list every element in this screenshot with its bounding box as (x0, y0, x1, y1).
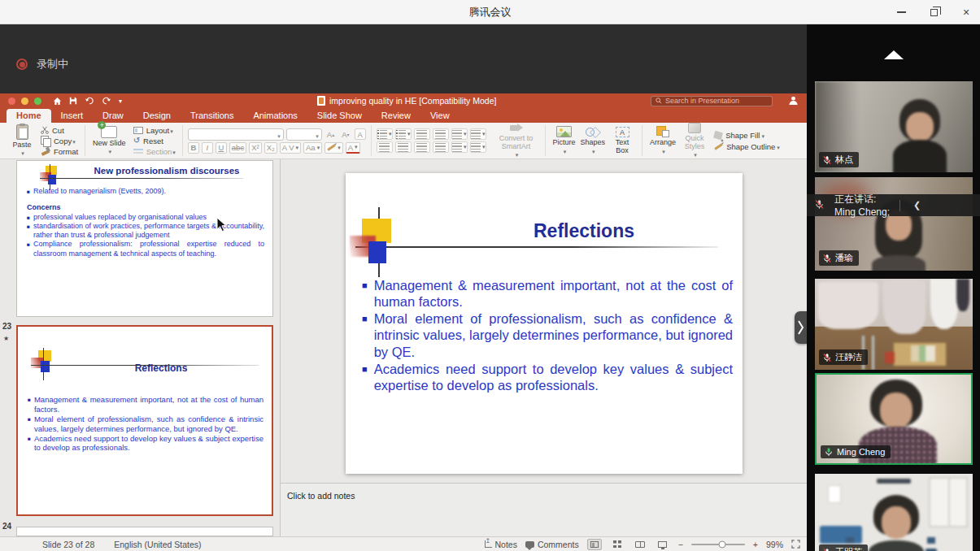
thumbnail-slide-24[interactable] (16, 527, 273, 536)
tab-draw[interactable]: Draw (93, 109, 133, 123)
undo-icon[interactable] (85, 97, 94, 105)
recording-indicator[interactable]: 录制中 (16, 57, 68, 72)
notes-pane[interactable]: Click to add notes (281, 483, 807, 536)
tab-review[interactable]: Review (372, 109, 420, 123)
tab-design[interactable]: Design (133, 109, 181, 123)
underline-button[interactable]: U (216, 142, 227, 154)
bullets-button[interactable] (377, 128, 393, 140)
presentation-search[interactable] (651, 96, 773, 106)
restore-icon[interactable] (926, 5, 941, 20)
zoom-level-label[interactable]: 99% (766, 540, 783, 549)
thumb-bullet: Management & measurement important, not … (34, 395, 264, 414)
thumbnail-slide-22[interactable]: New professionalism discourses ■Related … (16, 160, 273, 317)
slide-title: Reflections (435, 220, 733, 242)
close-icon[interactable]: × (959, 5, 973, 20)
font-color-button[interactable]: A (346, 142, 360, 154)
home-icon[interactable] (53, 97, 62, 106)
notes-toggle[interactable]: Notes (485, 540, 517, 549)
zoom-out-button[interactable]: − (678, 540, 683, 549)
character-spacing-button[interactable]: A V (280, 142, 301, 154)
banner-back-arrow-icon[interactable]: ❮ (910, 200, 980, 210)
zoom-in-button[interactable]: + (753, 540, 758, 549)
tab-slideshow[interactable]: Slide Show (307, 109, 372, 123)
change-case-button[interactable]: Aa (303, 142, 322, 154)
font-name-combo[interactable] (188, 128, 284, 141)
align-center-button[interactable] (395, 141, 412, 153)
video-tile-participant-3[interactable]: 汪静洁 (815, 279, 973, 370)
line-spacing-button[interactable] (451, 128, 468, 140)
reading-view-button[interactable] (633, 539, 647, 550)
justify-button[interactable] (433, 141, 449, 153)
font-size-combo[interactable] (286, 128, 322, 141)
save-icon[interactable] (69, 97, 77, 105)
numbering-button[interactable] (395, 128, 412, 140)
comments-toggle[interactable]: Comments (525, 540, 579, 549)
zoom-traffic-icon[interactable] (34, 98, 41, 105)
arrange-button[interactable]: Arrange (647, 125, 678, 155)
expand-chevron-icon[interactable] (795, 311, 807, 344)
thumbnail-slide-23-selected[interactable]: Reflections ■Management & measurement im… (16, 325, 273, 516)
shape-outline-button[interactable]: Shape Outline (714, 142, 780, 151)
convert-smartart-button[interactable]: Convert to SmartArt (493, 122, 540, 159)
tab-animations[interactable]: Animations (243, 109, 307, 123)
reset-button[interactable]: ↺ Reset (132, 136, 177, 145)
video-tile-participant-1[interactable]: 林点 (815, 81, 973, 172)
grow-font-button[interactable]: A (324, 128, 337, 140)
slideshow-button[interactable] (656, 539, 670, 550)
paste-icon (16, 124, 28, 140)
minimize-icon[interactable] (894, 5, 908, 20)
tab-home[interactable]: Home (7, 109, 51, 123)
current-slide[interactable]: Reflections ■Management & measurement im… (346, 173, 743, 474)
slide-sorter-button[interactable] (610, 539, 625, 550)
italic-button[interactable]: I (202, 142, 213, 154)
format-painter-button[interactable]: Format (39, 146, 80, 156)
paste-button[interactable]: Paste (8, 124, 36, 158)
video-tile-participant-5[interactable]: 王明英 (815, 474, 973, 551)
section-button[interactable]: Section (132, 146, 177, 156)
strikethrough-button[interactable]: abc (229, 142, 246, 154)
textbox-button[interactable]: Text Box (608, 126, 637, 155)
video-tile-participant-2[interactable]: 潘瑜 (815, 177, 973, 271)
align-text-button[interactable] (470, 141, 486, 153)
fit-to-window-icon[interactable] (791, 540, 800, 549)
tab-insert[interactable]: Insert (51, 109, 94, 123)
search-input[interactable] (665, 97, 768, 105)
video-tile-participant-4-speaking[interactable]: Ming Cheng (815, 373, 973, 465)
layout-button[interactable]: Layout (132, 125, 177, 135)
subscript-button[interactable]: X₂ (264, 142, 277, 154)
tab-transitions[interactable]: Transitions (181, 109, 243, 123)
bold-button[interactable]: B (188, 142, 199, 154)
shapes-button[interactable]: Shapes (578, 125, 608, 155)
decrease-indent-button[interactable] (414, 128, 430, 140)
clear-formatting-button[interactable]: A (355, 128, 366, 140)
slide-canvas[interactable]: Reflections ■Management & measurement im… (281, 159, 807, 483)
qa-customize-caret-icon[interactable]: ▾ (119, 98, 122, 105)
cut-button[interactable]: Cut (39, 125, 80, 135)
minimize-traffic-icon[interactable] (21, 98, 28, 105)
tab-view[interactable]: View (420, 109, 460, 123)
collapse-triangle-icon[interactable] (884, 50, 904, 59)
bullets-icon (377, 130, 387, 139)
text-direction-button[interactable] (451, 141, 468, 153)
shape-fill-button[interactable]: Shape Fill (714, 131, 780, 140)
normal-view-button[interactable] (587, 539, 602, 550)
align-left-button[interactable] (377, 141, 393, 153)
align-right-button[interactable] (414, 141, 430, 153)
zoom-slider[interactable] (691, 544, 745, 545)
shrink-font-button[interactable]: A (339, 128, 351, 140)
zoom-slider-handle[interactable] (719, 540, 726, 548)
account-icon[interactable] (788, 95, 799, 106)
comments-icon (525, 541, 534, 548)
language-label[interactable]: English (United States) (114, 540, 201, 549)
redo-icon[interactable] (102, 97, 111, 105)
close-traffic-icon[interactable] (8, 98, 15, 105)
document-title: improving quality in HE [Compatibility M… (329, 96, 496, 106)
increase-indent-button[interactable] (433, 128, 449, 140)
highlight-color-button[interactable] (324, 142, 343, 154)
columns-button[interactable] (470, 128, 486, 140)
quick-styles-button[interactable]: Quick Styles (678, 122, 711, 159)
new-slide-button[interactable]: New Slide (90, 125, 128, 156)
copy-button[interactable]: Copy (39, 136, 80, 145)
picture-button[interactable]: Picture (551, 125, 578, 155)
superscript-button[interactable]: X² (249, 142, 262, 154)
